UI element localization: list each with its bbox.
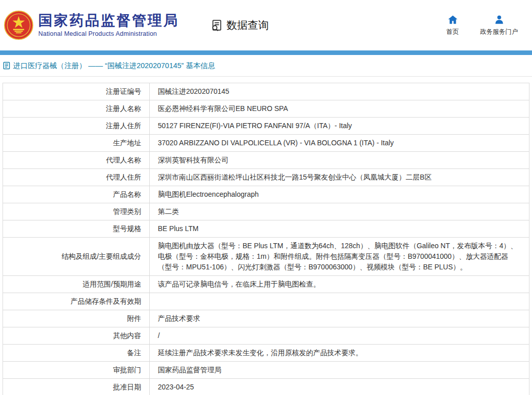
table-row: 适用范围/预期用途该产品可记录脑电信号，在临床上用于脑电图检查。 [3, 276, 529, 293]
page-header: 国家药品监督管理局 National Medical Products Admi… [0, 0, 532, 50]
row-label: 型号规格 [3, 220, 150, 238]
row-value: 50127 FIRENZE(FI)-VIA PIETRO FANFANI 97/… [150, 118, 529, 135]
org-name-cn: 国家药品监督管理局 [38, 13, 179, 29]
breadcrumb[interactable]: 进口医疗器械（注册） —— “国械注进20202070145” 基本信息 [0, 55, 532, 77]
table-row: 审批部门国家药品监督管理局 [3, 362, 529, 379]
brand-text: 国家药品监督管理局 National Medical Products Admi… [38, 13, 179, 38]
row-label: 结构及组成/主要组成成分 [3, 238, 150, 276]
table-row: 生产地址37020 ARBIZZANO DI VALPOLICELLA (VR)… [3, 135, 529, 152]
table-row: 注册人名称医必恩神经科学有限公司EB NEURO SPA [3, 100, 529, 118]
home-icon [448, 15, 458, 25]
user-icon [494, 15, 504, 25]
row-label: 其他内容 [3, 327, 150, 345]
table-row: 代理人名称深圳英智科技有限公司 [3, 152, 529, 169]
table-row: 管理类别第二类 [3, 203, 529, 220]
data-query-icon [210, 19, 223, 32]
row-value: 该产品可记录脑电信号，在临床上用于脑电图检查。 [150, 276, 529, 293]
data-query-link[interactable]: 数据查询 [210, 18, 269, 32]
org-name-en: National Medical Products Administration [38, 30, 179, 37]
row-value: 深圳英智科技有限公司 [150, 152, 529, 169]
data-query-label: 数据查询 [226, 18, 269, 32]
row-label: 产品储存条件及有效期 [3, 293, 150, 310]
row-label: 管理类别 [3, 203, 150, 220]
accent-bar [0, 50, 532, 55]
row-label: 产品名称 [3, 186, 150, 203]
table-row: 结构及组成/主要组成成分脑电图机由放大器（型号：BE Plus LTM，通道数为… [3, 238, 529, 276]
row-label: 审批部门 [3, 362, 150, 379]
row-label: 批准日期 [3, 379, 150, 395]
row-value: 国家药品监督管理局 [150, 362, 529, 379]
table-row: 型号规格BE Plus LTM [3, 220, 529, 238]
table-row: 注册证编号国械注进20202070145 [3, 83, 529, 100]
row-value: 第二类 [150, 203, 529, 220]
document-icon [3, 62, 10, 70]
breadcrumb-text: 进口医疗器械（注册） —— “国械注进20202070145” 基本信息 [13, 61, 215, 71]
nav-portal-label: 政务服务门户 [480, 28, 518, 36]
row-value: 脑电图机由放大器（型号：BE Plus LTM，通道数为64ch、128ch）、… [150, 238, 529, 276]
row-label: 代理人名称 [3, 152, 150, 169]
row-label: 备注 [3, 345, 150, 362]
nmpa-logo[interactable]: 国家药品监督管理局 National Medical Products Admi… [4, 11, 179, 40]
row-label: 注册证编号 [3, 83, 150, 100]
row-value [150, 293, 529, 310]
table-row: 备注延续注册产品技术要求未发生变化，沿用原核发的产品技术要求。 [3, 345, 529, 362]
table-row: 其他内容/ [3, 327, 529, 345]
row-label: 注册人住所 [3, 118, 150, 135]
row-label: 适用范围/预期用途 [3, 276, 150, 293]
row-value: 深圳市南山区西丽街道松坪山社区科技北一路15号聚友创业中心（凤凰城大厦）二层B区 [150, 169, 529, 186]
nav-home[interactable]: 首页 [446, 15, 459, 36]
top-nav: 首页 政务服务门户 [446, 15, 518, 36]
table-row: 注册人住所50127 FIRENZE(FI)-VIA PIETRO FANFAN… [3, 118, 529, 135]
row-value: 医必恩神经科学有限公司EB NEURO SPA [150, 100, 529, 118]
row-label: 生产地址 [3, 135, 150, 152]
row-label: 代理人住所 [3, 169, 150, 186]
info-table-body: 注册证编号国械注进20202070145注册人名称医必恩神经科学有限公司EB N… [3, 83, 529, 395]
table-row: 产品储存条件及有效期 [3, 293, 529, 310]
nav-portal[interactable]: 政务服务门户 [480, 15, 518, 36]
nav-home-label: 首页 [446, 28, 459, 36]
row-value: 国械注进20202070145 [150, 83, 529, 100]
row-value: 2023-04-25 [150, 379, 529, 395]
table-row: 代理人住所深圳市南山区西丽街道松坪山社区科技北一路15号聚友创业中心（凤凰城大厦… [3, 169, 529, 186]
row-label: 附件 [3, 310, 150, 327]
table-row: 产品名称脑电图机Electroencephalograph [3, 186, 529, 203]
registration-info-table: 注册证编号国械注进20202070145注册人名称医必恩神经科学有限公司EB N… [3, 83, 529, 395]
table-row: 附件产品技术要求 [3, 310, 529, 327]
row-value: 脑电图机Electroencephalograph [150, 186, 529, 203]
row-value: BE Plus LTM [150, 220, 529, 238]
row-label: 注册人名称 [3, 100, 150, 118]
row-value: 延续注册产品技术要求未发生变化，沿用原核发的产品技术要求。 [150, 345, 529, 362]
row-value: 产品技术要求 [150, 310, 529, 327]
national-emblem-icon [4, 11, 33, 40]
row-value: 37020 ARBIZZANO DI VALPOLICELLA (VR) - V… [150, 135, 529, 152]
table-row: 批准日期2023-04-25 [3, 379, 529, 395]
row-value: / [150, 327, 529, 345]
